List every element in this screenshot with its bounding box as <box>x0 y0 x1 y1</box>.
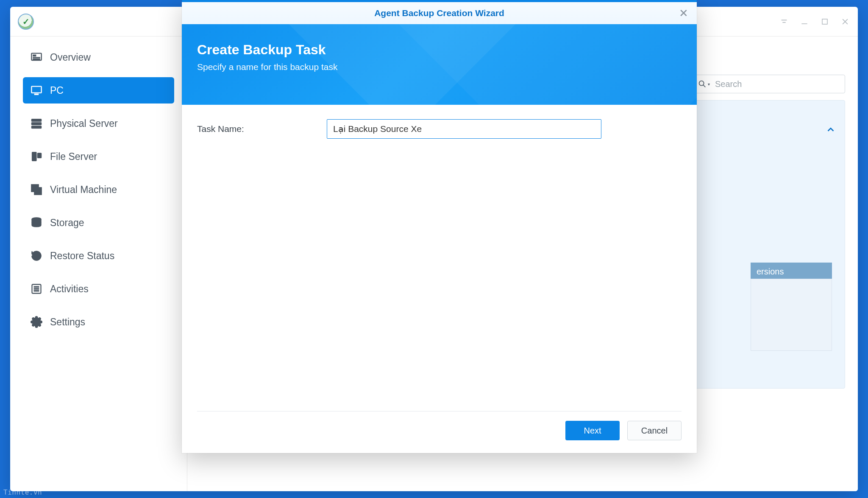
svg-rect-9 <box>31 126 41 129</box>
sidebar-item-file-server[interactable]: File Server <box>23 143 174 170</box>
search-wrap: ▾ <box>693 75 845 93</box>
minimize-icon[interactable] <box>799 17 810 27</box>
svg-rect-10 <box>32 152 37 161</box>
sidebar-item-settings[interactable]: Settings <box>23 309 174 335</box>
close-icon[interactable]: ✕ <box>679 7 688 20</box>
svg-rect-5 <box>31 87 41 93</box>
form-row-task-name: Task Name: <box>197 119 682 139</box>
sidebar-item-label: Storage <box>50 217 84 229</box>
sidebar-item-label: Virtual Machine <box>50 184 117 196</box>
help-icon[interactable] <box>779 17 789 27</box>
activities-icon <box>31 283 42 295</box>
sidebar-item-label: Physical Server <box>50 118 118 129</box>
window-controls <box>779 17 850 27</box>
svg-rect-6 <box>34 94 38 95</box>
sidebar-item-activities[interactable]: Activities <box>23 276 174 302</box>
restore-icon <box>31 250 42 262</box>
settings-icon <box>31 316 42 328</box>
table-body-empty <box>751 279 832 351</box>
svg-rect-8 <box>31 123 41 125</box>
file-server-icon <box>31 151 42 162</box>
sidebar-item-overview[interactable]: Overview <box>23 44 174 70</box>
wizard-title-bar: Agent Backup Creation Wizard ✕ <box>182 2 697 24</box>
maximize-icon[interactable] <box>820 17 830 27</box>
wizard-heading: Create Backup Task <box>197 42 682 58</box>
svg-rect-2 <box>33 55 36 56</box>
pc-icon <box>31 84 42 96</box>
sidebar-item-label: Overview <box>50 52 91 63</box>
vm-icon <box>31 184 42 196</box>
search-input[interactable] <box>693 75 845 93</box>
wizard-subheading: Specify a name for this backup task <box>197 62 682 72</box>
cancel-button[interactable]: Cancel <box>627 421 682 440</box>
next-button[interactable]: Next <box>565 421 620 440</box>
search-icon[interactable]: ▾ <box>698 79 710 89</box>
wizard-banner: Create Backup Task Specify a name for th… <box>182 24 697 105</box>
wizard-modal: Agent Backup Creation Wizard ✕ Create Ba… <box>182 0 697 453</box>
sidebar-item-label: Activities <box>50 283 89 295</box>
table-header-versions: ersions <box>751 263 832 281</box>
task-name-label: Task Name: <box>197 124 327 134</box>
wizard-body: Task Name: <box>182 105 697 139</box>
sidebar-item-label: File Server <box>50 151 97 162</box>
sidebar-item-pc[interactable]: PC <box>23 77 174 104</box>
overview-icon <box>31 51 42 63</box>
svg-rect-17 <box>34 288 39 289</box>
server-icon <box>31 118 42 129</box>
svg-rect-3 <box>33 57 40 58</box>
app-logo-icon <box>18 14 34 30</box>
svg-rect-11 <box>37 153 41 158</box>
wizard-title: Agent Backup Creation Wizard <box>374 8 504 18</box>
task-name-input[interactable] <box>327 119 601 139</box>
storage-icon <box>31 217 42 229</box>
watermark: Tinhte.vn <box>3 488 42 496</box>
chevron-up-icon[interactable] <box>826 125 835 136</box>
close-icon[interactable] <box>840 17 850 27</box>
sidebar-item-virtual-machine[interactable]: Virtual Machine <box>23 176 174 203</box>
sidebar-item-label: PC <box>50 85 64 96</box>
svg-point-20 <box>699 81 704 86</box>
svg-rect-16 <box>34 286 39 287</box>
svg-rect-18 <box>34 291 39 291</box>
sidebar-item-label: Restore Status <box>50 250 114 262</box>
sidebar: Overview PC Physical Server File Server <box>10 36 187 491</box>
wizard-footer: Next Cancel <box>197 411 682 440</box>
svg-rect-0 <box>822 19 827 24</box>
sidebar-item-label: Settings <box>50 316 85 328</box>
svg-rect-7 <box>31 119 41 122</box>
svg-rect-13 <box>34 187 41 194</box>
sidebar-item-storage[interactable]: Storage <box>23 210 174 236</box>
svg-rect-4 <box>33 59 40 60</box>
sidebar-item-physical-server[interactable]: Physical Server <box>23 110 174 137</box>
sidebar-item-restore-status[interactable]: Restore Status <box>23 243 174 269</box>
